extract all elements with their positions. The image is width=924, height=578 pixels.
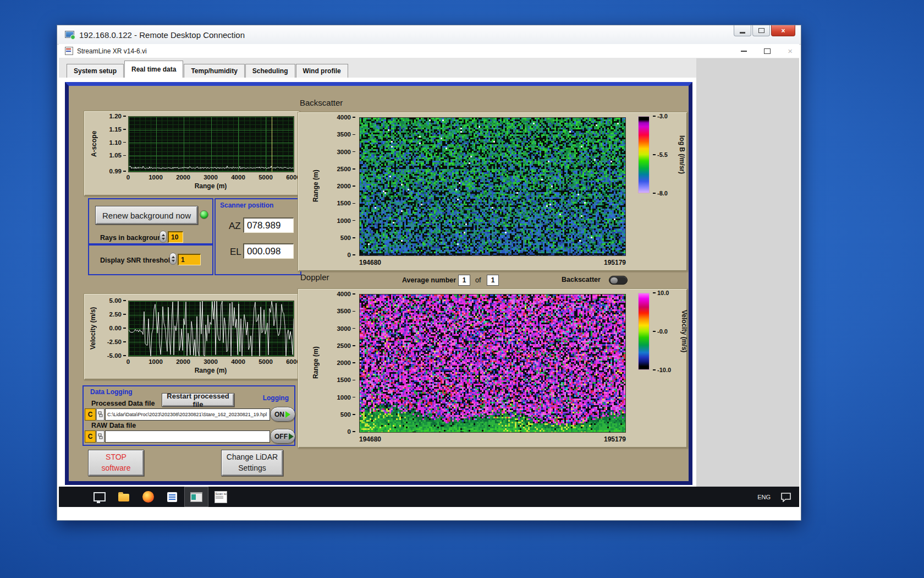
stop-software-button[interactable]: STOP software [88, 450, 144, 476]
change-lidar-settings-button[interactable]: Change LiDAR Settings [221, 450, 283, 476]
backscatter-plot-area [359, 117, 626, 256]
taskbar-monitor-button[interactable] [87, 487, 112, 507]
rdp-app-icon [65, 30, 75, 39]
renew-background-button[interactable]: Renew background now [95, 206, 198, 225]
snr-threshold-label: Display SNR threshold [100, 257, 174, 264]
backscatter-colorbar-label: log B (/m/sr) [678, 116, 686, 193]
backscatter-heatmap [360, 118, 625, 255]
backscatter-display-toggle[interactable] [609, 276, 628, 285]
raw-browse-button[interactable] [96, 430, 105, 443]
backscatter-colorbar [638, 116, 650, 193]
settings-label-line2: Settings [238, 463, 266, 474]
app-titlebar: StreamLine XR v14-6.vi × [59, 44, 799, 58]
toggle-arrow-icon [285, 411, 290, 418]
browse-icon [98, 433, 103, 440]
app-minimize-button[interactable] [741, 51, 747, 52]
backscatter-y-ticks: 40003500300025002000150010005000 [329, 117, 355, 255]
taskbar-file-explorer-button[interactable] [112, 487, 136, 507]
a-scope-axis-label: A-scope [90, 116, 98, 171]
folder-icon [118, 494, 129, 501]
processed-path-field[interactable]: C:\Lidar\Data\Proc\2023\202308\20230821\… [105, 408, 270, 421]
increment-icon [162, 234, 165, 236]
average-number-field[interactable]: 1 [458, 275, 470, 286]
tab-strip: System setup Real time data Temp/humidit… [59, 58, 696, 78]
a-scope-graph: A-scope 1.201.151.101.050.99 01000200030… [84, 111, 300, 196]
doppler-x-end: 195179 [547, 435, 626, 443]
rays-value-field[interactable]: 10 [168, 231, 183, 243]
remote-screen: StreamLine XR v14-6.vi × System setup Re… [59, 44, 799, 507]
app-maximize-button[interactable] [764, 48, 771, 54]
stop-label-line2: software [102, 463, 131, 474]
tab-real-time-data[interactable]: Real time data [124, 61, 183, 78]
backscatter-colorbar-ticks: -3.0-5.5-8.0 [653, 116, 677, 193]
app-title: StreamLine XR v14-6.vi [77, 47, 147, 55]
tab-system-setup[interactable]: System setup [67, 64, 124, 78]
el-label: EL [230, 247, 241, 258]
increment-icon [172, 256, 175, 258]
doppler-plot-area [359, 294, 626, 433]
doppler-title: Doppler [300, 272, 329, 282]
a-scope-x-ticks: 0100020003000400050006000 [128, 174, 293, 181]
doppler-graph: Range (m) 400035003000250020001500100050… [298, 288, 688, 448]
tab-temp-humidity[interactable]: Temp/humidity [184, 64, 244, 78]
velocity-x-ticks: 0100020003000400050006000 [128, 358, 293, 365]
backscatter-x-end: 195179 [547, 259, 626, 266]
taskbar-document-button[interactable] [160, 487, 184, 507]
tab-wind-profile[interactable]: Wind profile [296, 64, 348, 78]
taskbar-scan-schedule-button[interactable]: Scan sched [208, 487, 233, 507]
rdp-minimize-button[interactable] [734, 25, 751, 36]
monitor-icon [94, 492, 106, 501]
app-window-gray-area [696, 58, 799, 507]
toggle-knob [610, 277, 618, 283]
doppler-colorbar [638, 293, 650, 370]
logging-label: Logging [263, 394, 289, 402]
settings-label-line1: Change LiDAR [227, 452, 278, 463]
rdp-window: 192.168.0.122 - Remote Desktop Connectio… [57, 25, 801, 521]
data-logging-title: Data Logging [90, 388, 133, 396]
snr-value-field[interactable]: 1 [178, 254, 201, 265]
language-indicator[interactable]: ENG [757, 494, 771, 500]
taskbar-firefox-button[interactable] [136, 487, 160, 507]
document-lines-icon [167, 492, 177, 502]
a-scope-y-ticks: 1.201.151.101.050.99 [101, 116, 126, 171]
backscatter-graph: Range (m) 400035003000250020001500100050… [298, 112, 688, 271]
average-total-field[interactable]: 1 [487, 275, 499, 286]
raw-drive-box[interactable]: C [85, 430, 96, 443]
app-close-button[interactable]: × [788, 47, 793, 55]
snr-threshold-box: Display SNR threshold 1 [88, 244, 213, 275]
velocity-graph: Velocity (m/s) 5.002.500.00-2.50-5.00 01… [84, 293, 300, 380]
front-panel: A-scope 1.201.151.101.050.99 01000200030… [65, 82, 692, 485]
toggle-arrow-icon [289, 433, 294, 440]
rdp-close-button[interactable]: × [771, 25, 795, 36]
chat-icon[interactable] [780, 492, 791, 502]
rdp-maximize-button[interactable] [752, 25, 770, 36]
restart-processed-file-button[interactable]: Restart processed file [162, 393, 234, 407]
el-value-field: 000.098 [243, 243, 294, 259]
rdp-client-area: StreamLine XR v14-6.vi × System setup Re… [59, 44, 799, 519]
backscatter-toggle-label: Backscatter [562, 276, 601, 283]
raw-logging-toggle[interactable]: OFF [270, 429, 295, 444]
raw-path-field[interactable] [105, 430, 270, 443]
doppler-x-start: 194680 [359, 435, 381, 443]
processed-browse-button[interactable] [96, 408, 105, 421]
taskbar: Scan sched ENG [59, 487, 799, 507]
scan-schedule-icon-text: Scan sched [216, 492, 226, 495]
scanner-position-title: Scanner position [220, 201, 273, 209]
a-scope-plot [129, 117, 294, 172]
background-status-led [200, 210, 208, 219]
maximize-icon [758, 28, 765, 33]
processed-data-file-label: Processed Data file [91, 400, 155, 407]
scanner-position-box: Scanner position AZ 078.989 EL 000.098 [215, 198, 301, 275]
on-label: ON [274, 411, 284, 418]
of-label: of [475, 276, 481, 284]
taskbar-streamline-app-button[interactable] [184, 487, 208, 507]
rays-spinner[interactable] [160, 231, 167, 243]
backscatter-x-start: 194680 [359, 259, 381, 266]
tab-scheduling[interactable]: Scheduling [245, 64, 295, 78]
processed-logging-toggle[interactable]: ON [270, 407, 295, 422]
snr-spinner[interactable] [169, 253, 177, 265]
browse-icon [98, 411, 103, 418]
minimize-icon [740, 32, 745, 34]
streamline-app-icon [190, 492, 202, 502]
processed-drive-box[interactable]: C [85, 408, 96, 421]
